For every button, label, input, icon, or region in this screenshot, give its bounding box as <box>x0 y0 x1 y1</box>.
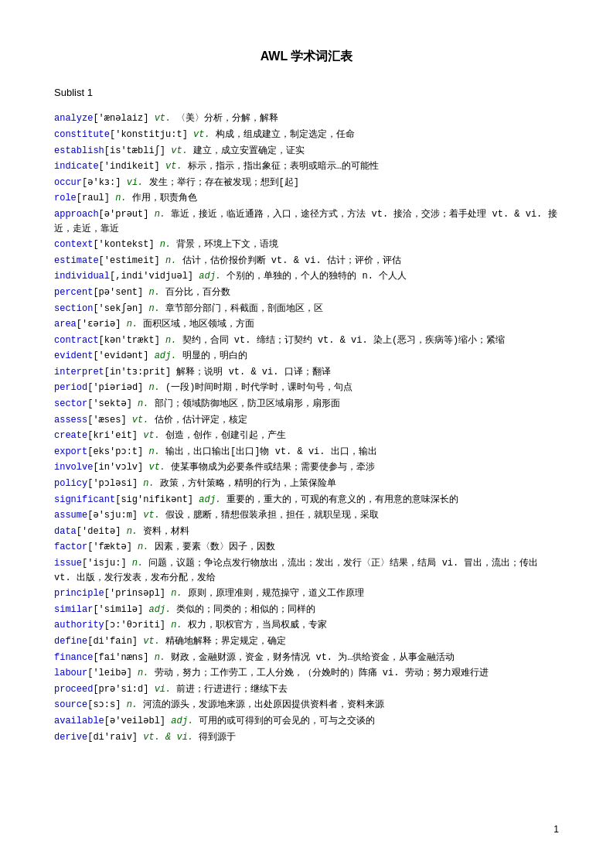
list-item: export[eks'pɔ:t] n. 输出，出口输出[出口]物 vt. & v… <box>54 445 559 460</box>
word-definition: 〈美〉分析，分解，解释 <box>176 113 278 124</box>
word-phonetic: ['æses] <box>87 415 126 425</box>
word-definition: 估价，估计评定，核定 <box>155 415 247 425</box>
word-pos: n. <box>165 255 176 266</box>
word-term: evident <box>54 350 93 361</box>
word-phonetic: [kən'trækt] <box>99 335 160 346</box>
word-term: percent <box>54 287 93 298</box>
list-item: analyze['ænəlaiz] vt. 〈美〉分析，分解，解释 <box>54 111 559 126</box>
list-item: proceed[prə'si:d] vi. 前进；行进进行；继续下去 <box>54 682 559 697</box>
word-definition: 因素，要素〈数〉因子，因数 <box>155 542 275 552</box>
word-phonetic: [raul] <box>77 193 110 203</box>
word-definition: 明显的，明白的 <box>182 350 247 361</box>
word-term: policy <box>54 478 87 489</box>
word-term: define <box>54 636 87 647</box>
word-pos: n. <box>171 588 182 599</box>
word-definition: 使某事物成为必要条件或结果；需要使参与，牵涉 <box>171 462 375 473</box>
word-pos: n. <box>148 303 159 314</box>
list-item: individual[,indi'vidjuəl] adj. 个别的，单独的，个… <box>54 269 559 284</box>
list-item: labour['leibə] n. 劳动，努力；工作劳工，工人分娩，（分娩时的）… <box>54 666 559 681</box>
word-pos: vt. <box>148 462 165 473</box>
word-definition: 前进；行进进行；继续下去 <box>176 684 288 695</box>
word-pos: vi. <box>127 177 144 188</box>
word-phonetic: [,indi'vidjuəl] <box>110 271 193 282</box>
word-phonetic: ['sektə] <box>87 398 132 409</box>
word-pos: n. <box>165 335 176 346</box>
word-pos: adj. <box>199 271 221 282</box>
word-phonetic: [di'raiv] <box>87 732 138 743</box>
word-definition: 契约，合同 vt. 缔结；订契约 vt. & vi. 染上(恶习，疾病等)缩小；… <box>182 335 506 346</box>
word-term: principle <box>54 588 104 599</box>
list-item: factor['fæktə] n. 因素，要素〈数〉因子，因数 <box>54 540 559 555</box>
word-pos: vt. <box>132 415 149 425</box>
list-item: period['piəriəd] n. (一段)时间时期，时代学时，课时句号，句… <box>54 381 559 395</box>
word-term: involve <box>54 462 93 473</box>
list-item: policy['pɔləsi] n. 政策，方针策略，精明的行为，上策保险单 <box>54 477 559 491</box>
word-definition: 资料，材料 <box>143 526 189 537</box>
word-pos: n. <box>132 558 143 569</box>
word-term: proceed <box>54 684 93 695</box>
word-definition: 估计，估价报价判断 vt. & vi. 估计；评价，评估 <box>182 255 401 266</box>
word-phonetic: ['pɔləsi] <box>87 478 138 489</box>
list-item: constitute['konstitju:t] vt. 构成，组成建立，制定选… <box>54 128 559 142</box>
word-definition: (一段)时间时期，时代学时，课时句号，句点 <box>165 382 352 393</box>
word-phonetic: ['indikeit] <box>99 161 160 172</box>
word-phonetic: ['piəriəd] <box>87 382 143 393</box>
word-term: area <box>54 319 77 330</box>
word-pos: vi. <box>155 684 172 695</box>
list-item: issue['isju:] n. 问题，议题；争论点发行物放出，流出；发出，发行… <box>54 556 559 585</box>
word-term: establish <box>54 145 104 156</box>
word-pos: n. <box>127 699 138 710</box>
list-item: significant[sig'nifikənt] adj. 重要的，重大的，可… <box>54 493 559 507</box>
word-pos: vt. <box>165 161 182 172</box>
word-definition: 标示，指示，指出象征；表明或暗示…的可能性 <box>188 161 379 172</box>
word-definition: 重要的，重大的，可观的有意义的，有用意的意味深长的 <box>226 494 458 505</box>
list-item: role[raul] n. 作用，职责角色 <box>54 191 559 206</box>
word-phonetic: ['prinsəpl] <box>104 588 165 599</box>
word-pos: vt. <box>143 430 160 441</box>
word-pos: adj. <box>199 494 221 505</box>
word-phonetic: [di'fain] <box>87 636 138 647</box>
word-phonetic: [in'vɔlv] <box>93 462 143 473</box>
list-item: similar['similə] adj. 类似的；同类的；相似的；同样的 <box>54 603 559 617</box>
word-term: factor <box>54 542 87 552</box>
word-phonetic: ['fæktə] <box>87 542 132 552</box>
word-phonetic: [ə'kɜ:] <box>82 177 121 188</box>
list-item: interpret[in'tɜ:prit] 解释；说明 vt. & vi. 口译… <box>54 365 559 380</box>
word-phonetic: ['sekʃən] <box>93 303 143 314</box>
word-term: source <box>54 699 87 710</box>
word-term: data <box>54 526 77 537</box>
list-item: indicate['indikeit] vt. 标示，指示，指出象征；表明或暗示… <box>54 159 559 174</box>
list-item: area['ɛəriə] n. 面积区域，地区领域，方面 <box>54 317 559 332</box>
word-phonetic: ['ɛəriə] <box>77 319 121 330</box>
word-definition: 类似的；同类的；相似的；同样的 <box>176 604 315 615</box>
list-item: define[di'fain] vt. 精确地解释；界定规定，确定 <box>54 634 559 649</box>
list-item: assess['æses] vt. 估价，估计评定，核定 <box>54 413 559 428</box>
word-definition: 河流的源头，发源地来源，出处原因提供资料者，资料来源 <box>143 699 384 710</box>
word-phonetic: ['similə] <box>93 604 143 615</box>
list-item: data['deitə] n. 资料，材料 <box>54 525 559 539</box>
list-item: principle['prinsəpl] n. 原则，原理准则，规范操守，道义工… <box>54 586 559 601</box>
word-term: labour <box>54 668 87 678</box>
word-pos: n. <box>148 287 159 298</box>
list-item: context['kontekst] n. 背景，环境上下文，语境 <box>54 238 559 252</box>
word-term: analyze <box>54 113 93 124</box>
word-pos: n. <box>127 526 138 537</box>
word-pos: vt. & vi. <box>143 732 193 743</box>
word-phonetic: [pə'sent] <box>93 287 143 298</box>
word-pos: vt. <box>193 129 210 140</box>
word-definition: 创造，创作，创建引起，产生 <box>165 430 286 441</box>
word-definition: 构成，组成建立，制定选定，任命 <box>216 129 355 140</box>
word-phonetic: ['leibə] <box>87 668 132 678</box>
list-item: percent[pə'sent] n. 百分比，百分数 <box>54 285 559 300</box>
word-pos: n. <box>148 446 159 457</box>
sublist-label: Sublist 1 <box>54 85 559 101</box>
word-pos: adj. <box>155 350 177 361</box>
word-definition: 百分比，百分数 <box>165 287 230 298</box>
word-pos: n. <box>143 478 154 489</box>
word-term: export <box>54 446 87 457</box>
word-pos: adj. <box>148 604 171 615</box>
word-phonetic: ['estimeit] <box>99 255 160 266</box>
word-pos: n. <box>171 620 182 630</box>
word-pos: n. <box>155 209 165 220</box>
word-term: sector <box>54 398 87 409</box>
